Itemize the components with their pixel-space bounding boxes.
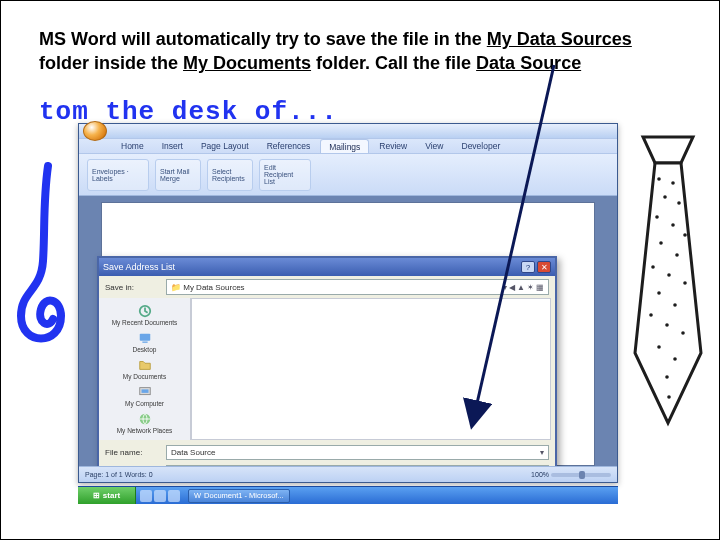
- document-area[interactable]: Save Address List ? ✕ Save in: 📁 My Data…: [79, 196, 617, 466]
- svg-point-0: [657, 177, 661, 181]
- svg-point-10: [667, 273, 671, 277]
- svg-point-16: [681, 331, 685, 335]
- svg-point-5: [671, 223, 675, 227]
- svg-point-2: [663, 195, 667, 199]
- quick-launch-icon[interactable]: [140, 490, 152, 502]
- places-bar: My Recent Documents Desktop My Documents…: [99, 298, 191, 440]
- word-statusbar: Page: 1 of 1 Words: 0 100%: [79, 466, 617, 482]
- zoom-slider[interactable]: [551, 473, 611, 477]
- svg-point-13: [673, 303, 677, 307]
- views-icon[interactable]: ▦: [536, 283, 544, 292]
- quick-launch-icon[interactable]: [168, 490, 180, 502]
- dialog-title-text: Save Address List: [103, 262, 175, 272]
- tab-view[interactable]: View: [417, 139, 451, 153]
- svg-rect-23: [142, 342, 147, 343]
- svg-point-19: [665, 375, 669, 379]
- svg-rect-22: [139, 334, 150, 341]
- svg-point-9: [651, 265, 655, 269]
- place-mydocuments[interactable]: My Documents: [103, 356, 186, 383]
- file-list-pane[interactable]: [191, 298, 551, 440]
- ribbon-edit-recipients-button[interactable]: Edit Recipient List: [259, 159, 311, 191]
- ribbon-tabs: Home Insert Page Layout References Maili…: [79, 138, 617, 154]
- tab-review[interactable]: Review: [371, 139, 415, 153]
- svg-point-17: [657, 345, 661, 349]
- tab-developer[interactable]: Developer: [454, 139, 509, 153]
- up-icon[interactable]: ▲: [517, 283, 525, 292]
- svg-point-15: [665, 323, 669, 327]
- svg-rect-25: [141, 389, 148, 393]
- start-button[interactable]: ⊞ start: [78, 487, 136, 504]
- tab-page-layout[interactable]: Page Layout: [193, 139, 257, 153]
- quick-launch-icon[interactable]: [154, 490, 166, 502]
- quick-launch: [136, 490, 184, 502]
- chevron-down-icon[interactable]: ▾: [540, 448, 544, 457]
- savein-dropdown[interactable]: 📁 My Data Sources ▾ ◀ ▲ ✶ ▦: [166, 279, 549, 295]
- save-address-list-dialog: Save Address List ? ✕ Save in: 📁 My Data…: [97, 256, 557, 466]
- tab-mailings[interactable]: Mailings: [320, 139, 369, 153]
- new-folder-icon[interactable]: ✶: [527, 283, 534, 292]
- filename-input[interactable]: Data Source▾: [166, 445, 549, 460]
- place-recent[interactable]: My Recent Documents: [103, 302, 186, 329]
- status-page-info: Page: 1 of 1 Words: 0: [85, 471, 153, 478]
- svg-point-4: [655, 215, 659, 219]
- windows-logo-icon: ⊞: [93, 491, 100, 500]
- ribbon-start-merge-button[interactable]: Start Mail Merge: [155, 159, 201, 191]
- necktie-decoration: [623, 133, 713, 433]
- place-network[interactable]: My Network Places: [103, 409, 186, 436]
- dialog-close-button[interactable]: ✕: [537, 261, 551, 273]
- dialog-help-button[interactable]: ?: [521, 261, 535, 273]
- svg-point-20: [667, 395, 671, 399]
- svg-point-14: [649, 313, 653, 317]
- office-button[interactable]: [83, 121, 107, 141]
- ribbon-select-recipients-button[interactable]: Select Recipients: [207, 159, 253, 191]
- tab-home[interactable]: Home: [113, 139, 152, 153]
- folder-icon: 📁: [171, 283, 181, 292]
- letterhead-loop-decoration: [13, 161, 73, 391]
- tab-references[interactable]: References: [259, 139, 318, 153]
- chevron-down-icon[interactable]: ▾: [503, 283, 507, 292]
- savein-label: Save in:: [105, 283, 160, 292]
- svg-point-6: [683, 233, 687, 237]
- word-titlebar: [79, 124, 617, 138]
- svg-point-7: [659, 241, 663, 245]
- svg-point-11: [683, 281, 687, 285]
- place-desktop[interactable]: Desktop: [103, 329, 186, 356]
- place-mycomputer[interactable]: My Computer: [103, 382, 186, 409]
- ribbon-group-create[interactable]: Envelopes · Labels: [87, 159, 149, 191]
- taskbar-word-button[interactable]: W Document1 - Microsof...: [188, 489, 290, 503]
- svg-point-12: [657, 291, 661, 295]
- filename-label: File name:: [105, 448, 160, 457]
- svg-point-18: [673, 357, 677, 361]
- tab-insert[interactable]: Insert: [154, 139, 191, 153]
- svg-point-1: [671, 181, 675, 185]
- instruction-text: MS Word will automatically try to save t…: [39, 27, 679, 76]
- zoom-value: 100%: [531, 471, 549, 478]
- dialog-titlebar[interactable]: Save Address List ? ✕: [99, 258, 555, 276]
- savein-value: My Data Sources: [183, 283, 244, 292]
- word-icon: W: [194, 491, 201, 500]
- svg-point-3: [677, 201, 681, 205]
- svg-point-8: [675, 253, 679, 257]
- word-window: Home Insert Page Layout References Maili…: [78, 123, 618, 483]
- ribbon-body: Envelopes · Labels Start Mail Merge Sele…: [79, 154, 617, 196]
- back-icon[interactable]: ◀: [509, 283, 515, 292]
- windows-taskbar: ⊞ start W Document1 - Microsof...: [78, 486, 618, 504]
